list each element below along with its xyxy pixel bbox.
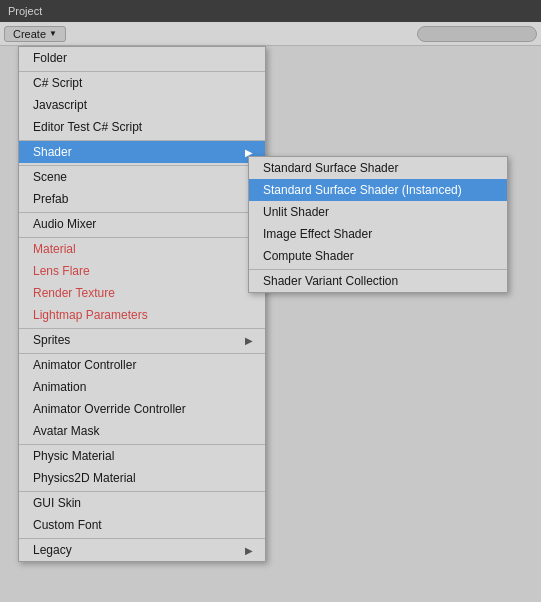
submenu-item-compute-shader-label: Compute Shader (263, 249, 354, 263)
menu-item-prefab[interactable]: Prefab (19, 188, 265, 210)
menu-item-physic-material-label: Physic Material (33, 449, 114, 463)
menu-item-custom-font-label: Custom Font (33, 518, 102, 532)
menu-item-javascript-label: Javascript (33, 98, 87, 112)
submenu-item-image-effect-shader-label: Image Effect Shader (263, 227, 372, 241)
menu-item-gui-skin-label: GUI Skin (33, 496, 81, 510)
menu-item-physics2d-material-label: Physics2D Material (33, 471, 136, 485)
submenu-item-standard-surface-instanced[interactable]: Standard Surface Shader (Instanced) (249, 179, 507, 201)
menu-item-legacy-label: Legacy (33, 543, 72, 557)
menu-item-physic-material[interactable]: Physic Material (19, 444, 265, 467)
shader-submenu: Standard Surface Shader Standard Surface… (248, 156, 508, 293)
menu-item-animation-label: Animation (33, 380, 86, 394)
submenu-item-shader-variant[interactable]: Shader Variant Collection (249, 269, 507, 292)
menu-item-animator-override[interactable]: Animator Override Controller (19, 398, 265, 420)
menu-item-javascript[interactable]: Javascript (19, 94, 265, 116)
toolbar: Create ▼ (0, 22, 541, 46)
menu-item-sprites-label: Sprites (33, 333, 70, 347)
title-bar: Project (0, 0, 541, 22)
menu-item-render-texture[interactable]: Render Texture (19, 282, 265, 304)
menu-item-folder-label: Folder (33, 51, 67, 65)
submenu-item-shader-variant-label: Shader Variant Collection (263, 274, 398, 288)
menu-item-animator-controller-label: Animator Controller (33, 358, 136, 372)
menu-item-animation[interactable]: Animation (19, 376, 265, 398)
create-label: Create (13, 28, 46, 40)
submenu-item-standard-surface-label: Standard Surface Shader (263, 161, 398, 175)
menu-item-lightmap-params-label: Lightmap Parameters (33, 308, 148, 322)
menu-item-scene[interactable]: Scene (19, 165, 265, 188)
menu-item-custom-font[interactable]: Custom Font (19, 514, 265, 536)
sprites-arrow-icon: ▶ (245, 335, 253, 346)
menu-item-audio-mixer[interactable]: Audio Mixer (19, 212, 265, 235)
menu-item-avatar-mask-label: Avatar Mask (33, 424, 99, 438)
menu-item-shader[interactable]: Shader ▶ (19, 140, 265, 163)
menu-item-gui-skin[interactable]: GUI Skin (19, 491, 265, 514)
menu-item-material[interactable]: Material (19, 237, 265, 260)
content-area: Folder C# Script Javascript Editor Test … (0, 46, 541, 602)
submenu-item-unlit-shader-label: Unlit Shader (263, 205, 329, 219)
menu-item-editor-csharp[interactable]: Editor Test C# Script (19, 116, 265, 138)
window-title: Project (8, 5, 42, 17)
submenu-item-standard-surface[interactable]: Standard Surface Shader (249, 157, 507, 179)
menu-item-lens-flare-label: Lens Flare (33, 264, 90, 278)
legacy-arrow-icon: ▶ (245, 545, 253, 556)
menu-item-sprites[interactable]: Sprites ▶ (19, 328, 265, 351)
menu-item-animator-override-label: Animator Override Controller (33, 402, 186, 416)
menu-item-lightmap-params[interactable]: Lightmap Parameters (19, 304, 265, 326)
create-button[interactable]: Create ▼ (4, 26, 66, 42)
submenu-item-standard-surface-instanced-label: Standard Surface Shader (Instanced) (263, 183, 462, 197)
menu-item-audio-mixer-label: Audio Mixer (33, 217, 96, 231)
menu-item-render-texture-label: Render Texture (33, 286, 115, 300)
menu-item-csharp[interactable]: C# Script (19, 71, 265, 94)
menu-item-shader-label: Shader (33, 145, 72, 159)
menu-item-csharp-label: C# Script (33, 76, 82, 90)
menu-item-legacy[interactable]: Legacy ▶ (19, 538, 265, 561)
menu-item-folder[interactable]: Folder (19, 47, 265, 69)
menu-item-lens-flare[interactable]: Lens Flare (19, 260, 265, 282)
create-arrow-icon: ▼ (49, 29, 57, 38)
menu-item-editor-csharp-label: Editor Test C# Script (33, 120, 142, 134)
menu-item-animator-controller[interactable]: Animator Controller (19, 353, 265, 376)
submenu-item-unlit-shader[interactable]: Unlit Shader (249, 201, 507, 223)
menu-item-avatar-mask[interactable]: Avatar Mask (19, 420, 265, 442)
submenu-item-compute-shader[interactable]: Compute Shader (249, 245, 507, 267)
menu-item-scene-label: Scene (33, 170, 67, 184)
submenu-item-image-effect-shader[interactable]: Image Effect Shader (249, 223, 507, 245)
search-input[interactable] (417, 26, 537, 42)
menu-item-prefab-label: Prefab (33, 192, 68, 206)
create-dropdown-menu: Folder C# Script Javascript Editor Test … (18, 46, 266, 562)
menu-item-physics2d-material[interactable]: Physics2D Material (19, 467, 265, 489)
menu-item-material-label: Material (33, 242, 76, 256)
